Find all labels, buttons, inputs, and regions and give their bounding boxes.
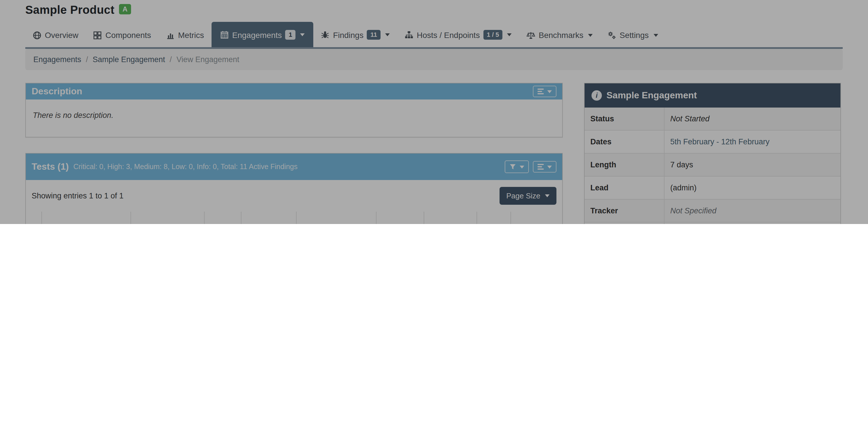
dim-overlay — [0, 0, 868, 224]
app-window: Sample Product A Overview Components — [0, 0, 868, 224]
